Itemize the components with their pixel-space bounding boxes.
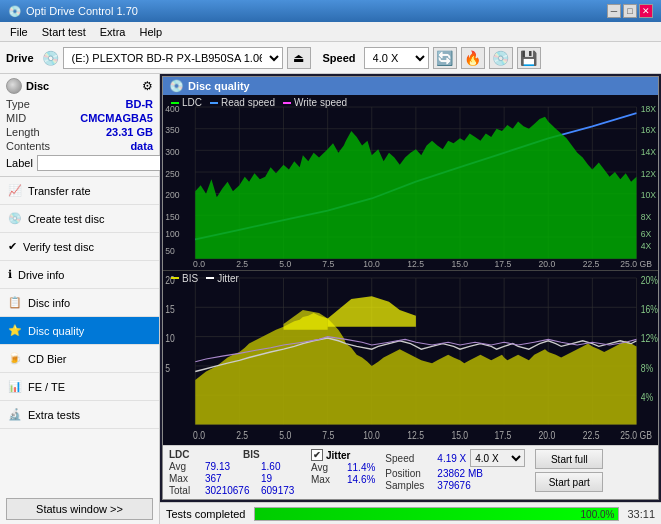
menu-help[interactable]: Help bbox=[133, 24, 168, 40]
avg-row: Avg 79.13 1.60 bbox=[169, 461, 301, 472]
jitter-check-row: ✔ Jitter bbox=[311, 449, 375, 461]
sidebar-item-disc-quality[interactable]: ⭐ Disc quality bbox=[0, 317, 159, 345]
speed-info: Speed 4.19 X 4.0 X Position 23862 MB Sam… bbox=[385, 449, 525, 491]
svg-marker-66 bbox=[284, 310, 328, 330]
toolbar: Drive 💿 (E:) PLEXTOR BD-R PX-LB950SA 1.0… bbox=[0, 42, 661, 74]
bis-col-header: BIS bbox=[243, 449, 260, 460]
jitter-legend-color bbox=[206, 277, 214, 279]
menu-start-test[interactable]: Start test bbox=[36, 24, 92, 40]
svg-text:10: 10 bbox=[165, 332, 175, 344]
start-full-button[interactable]: Start full bbox=[535, 449, 603, 469]
legend-ldc: LDC bbox=[171, 97, 202, 108]
fe-te-icon: 📊 bbox=[8, 380, 22, 393]
svg-text:4%: 4% bbox=[641, 390, 654, 402]
start-part-button[interactable]: Start part bbox=[535, 472, 603, 492]
samples-row: Samples 379676 bbox=[385, 480, 525, 491]
bis-avg: 1.60 bbox=[261, 461, 301, 472]
jitter-checkbox[interactable]: ✔ bbox=[311, 449, 323, 461]
svg-text:10X: 10X bbox=[641, 190, 656, 201]
svg-text:0.0: 0.0 bbox=[193, 259, 205, 270]
stats-bar: LDC BIS Avg 79.13 1.60 Max 367 19 bbox=[163, 445, 658, 499]
ldc-max: 367 bbox=[205, 473, 257, 484]
sidebar-item-extra-tests[interactable]: 🔬 Extra tests bbox=[0, 401, 159, 429]
type-label: Type bbox=[6, 98, 30, 110]
sidebar-item-cd-bier[interactable]: 🍺 CD Bier bbox=[0, 345, 159, 373]
svg-text:350: 350 bbox=[165, 125, 179, 136]
svg-text:150: 150 bbox=[165, 212, 179, 223]
speed-dropdown[interactable]: 4.0 X bbox=[470, 449, 525, 467]
eject-button[interactable]: ⏏ bbox=[287, 47, 311, 69]
svg-text:12.5: 12.5 bbox=[407, 259, 424, 270]
extra-tests-icon: 🔬 bbox=[8, 408, 22, 421]
sidebar-item-verify-test-disc[interactable]: ✔ Verify test disc bbox=[0, 233, 159, 261]
progress-area: Tests completed 100.0% 33:11 bbox=[160, 502, 661, 524]
verify-test-disc-icon: ✔ bbox=[8, 240, 17, 253]
jitter-max-val: 14.6% bbox=[347, 474, 375, 485]
svg-text:25.0 GB: 25.0 GB bbox=[620, 428, 652, 440]
sidebar-item-label: CD Bier bbox=[28, 353, 67, 365]
svg-text:4X: 4X bbox=[641, 241, 652, 252]
svg-text:250: 250 bbox=[165, 168, 179, 179]
drive-select[interactable]: (E:) PLEXTOR BD-R PX-LB950SA 1.06 bbox=[63, 47, 283, 69]
speed-val: 4.19 X bbox=[437, 453, 466, 464]
progress-bar-container: 100.0% bbox=[254, 507, 619, 521]
sidebar-item-drive-info[interactable]: ℹ Drive info bbox=[0, 261, 159, 289]
max-label: Max bbox=[169, 473, 201, 484]
main-area: Disc ⚙ Type BD-R MID CMCMAGBA5 Length 23… bbox=[0, 74, 661, 524]
svg-text:10.0: 10.0 bbox=[363, 259, 380, 270]
contents-value: data bbox=[130, 140, 153, 152]
svg-text:200: 200 bbox=[165, 190, 179, 201]
sidebar-item-label: Create test disc bbox=[28, 213, 104, 225]
close-button[interactable]: ✕ bbox=[639, 4, 653, 18]
svg-text:50: 50 bbox=[165, 245, 175, 256]
avg-label: Avg bbox=[169, 461, 201, 472]
jitter-max-row: Max 14.6% bbox=[311, 474, 375, 485]
svg-text:16X: 16X bbox=[641, 125, 656, 136]
burn-button[interactable]: 🔥 bbox=[461, 47, 485, 69]
svg-text:20%: 20% bbox=[641, 273, 658, 285]
legend-read-speed: Read speed bbox=[210, 97, 275, 108]
disc-contents-row: Contents data bbox=[6, 140, 153, 152]
ldc-bis-stats: LDC BIS Avg 79.13 1.60 Max 367 19 bbox=[169, 449, 301, 496]
maximize-button[interactable]: □ bbox=[623, 4, 637, 18]
status-window-button[interactable]: Status window >> bbox=[6, 498, 153, 520]
menu-extra[interactable]: Extra bbox=[94, 24, 132, 40]
refresh-button[interactable]: 🔄 bbox=[433, 47, 457, 69]
save-button[interactable]: 💾 bbox=[517, 47, 541, 69]
svg-text:5.0: 5.0 bbox=[279, 428, 291, 440]
legend-write-speed: Write speed bbox=[283, 97, 347, 108]
sidebar: Disc ⚙ Type BD-R MID CMCMAGBA5 Length 23… bbox=[0, 74, 160, 524]
position-label: Position bbox=[385, 468, 433, 479]
sidebar-item-create-test-disc[interactable]: 💿 Create test disc bbox=[0, 205, 159, 233]
ldc-legend-color bbox=[171, 102, 179, 104]
minimize-button[interactable]: ─ bbox=[607, 4, 621, 18]
svg-text:17.5: 17.5 bbox=[494, 428, 511, 440]
sidebar-item-fe-te[interactable]: 📊 FE / TE bbox=[0, 373, 159, 401]
ldc-total: 30210676 bbox=[205, 485, 257, 496]
sidebar-item-label: Drive info bbox=[18, 269, 64, 281]
drive-label: Drive bbox=[6, 52, 34, 64]
sidebar-item-label: Transfer rate bbox=[28, 185, 91, 197]
svg-text:10.0: 10.0 bbox=[363, 428, 380, 440]
nav-items: 📈 Transfer rate 💿 Create test disc ✔ Ver… bbox=[0, 177, 159, 494]
bis-total: 609173 bbox=[261, 485, 301, 496]
svg-text:15.0: 15.0 bbox=[451, 428, 468, 440]
svg-text:2.5: 2.5 bbox=[236, 259, 248, 270]
sidebar-item-label: Disc info bbox=[28, 297, 70, 309]
disc-label-row: Label ✎ bbox=[6, 154, 153, 172]
disc-button[interactable]: 💿 bbox=[489, 47, 513, 69]
lower-chart: BIS Jitter bbox=[163, 271, 658, 446]
label-input[interactable] bbox=[37, 155, 170, 171]
speed-select[interactable]: 4.0 X bbox=[364, 47, 429, 69]
sidebar-item-disc-info[interactable]: 📋 Disc info bbox=[0, 289, 159, 317]
sidebar-item-transfer-rate[interactable]: 📈 Transfer rate bbox=[0, 177, 159, 205]
svg-text:8%: 8% bbox=[641, 361, 654, 373]
svg-text:18X: 18X bbox=[641, 103, 656, 114]
jitter-legend-label: Jitter bbox=[217, 273, 239, 284]
lower-legend: BIS Jitter bbox=[171, 273, 239, 284]
lower-chart-svg: 20% 16% 12% 8% 4% 20 15 10 5 0.0 2.5 5.0 bbox=[163, 271, 658, 446]
disc-info-icon: 📋 bbox=[8, 296, 22, 309]
chart-header-icon: 💿 bbox=[169, 79, 184, 93]
menu-file[interactable]: File bbox=[4, 24, 34, 40]
upper-chart-svg: 18X 16X 14X 12X 10X 8X 6X 4X 400 350 300… bbox=[163, 95, 658, 270]
